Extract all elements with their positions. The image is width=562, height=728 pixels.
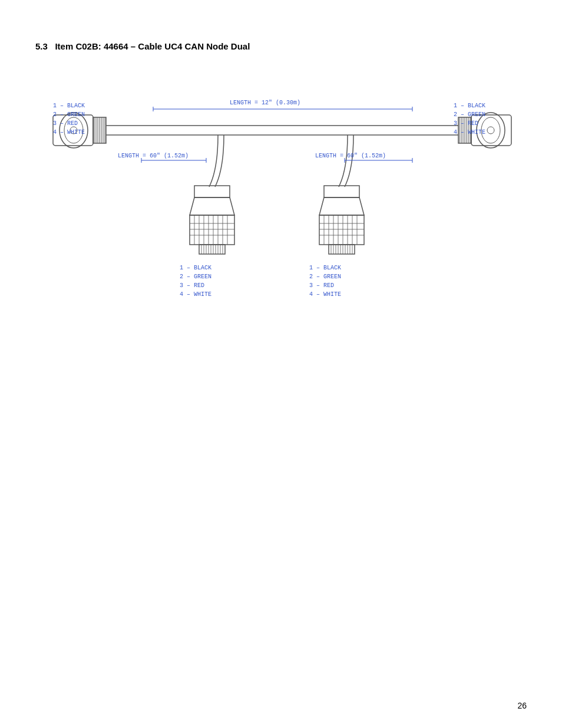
- page-number: 26: [517, 701, 527, 710]
- wire-label-br-1: 1 – BLACK: [309, 263, 341, 272]
- svg-rect-66: [329, 245, 355, 254]
- wire-label-br-4: 4 – WHITE: [309, 290, 341, 299]
- diagram-area: LENGTH = 12" (0.30m) LENGTH = 60" (1.52m…: [35, 69, 542, 322]
- section-number: 5.3: [35, 41, 48, 51]
- section-title-main: C02B: 44664 – Cable UC4 CAN Node Dual: [75, 41, 250, 51]
- section-item-label: ITEM: [55, 41, 73, 51]
- wire-label-tl-2: 2 – GREEN: [53, 110, 85, 119]
- wire-label-top-right: 1 – BLACK 2 – GREEN 3 – RED 4 – WHITE: [454, 101, 485, 137]
- wire-label-bottom-right: 1 – BLACK 2 – GREEN 3 – RED 4 – WHITE: [309, 263, 341, 299]
- wire-label-bl-4: 4 – WHITE: [180, 290, 211, 299]
- wire-label-bottom-left: 1 – BLACK 2 – GREEN 3 – RED 4 – WHITE: [180, 263, 211, 299]
- wire-label-tr-3: 3 – RED: [454, 119, 485, 128]
- svg-rect-53: [324, 186, 359, 197]
- section-title: 5.3 ITEM C02B: 44664 – Cable UC4 CAN Nod…: [35, 41, 527, 51]
- svg-rect-42: [199, 245, 225, 254]
- page-content: 5.3 ITEM C02B: 44664 – Cable UC4 CAN Nod…: [0, 0, 562, 346]
- length-right-label: LENGTH = 60" (1.52m): [315, 153, 386, 159]
- wire-label-bl-3: 3 – RED: [180, 281, 211, 290]
- wire-label-bl-2: 2 – GREEN: [180, 272, 211, 281]
- wire-label-tl-4: 4 – WHITE: [53, 128, 85, 137]
- svg-point-23: [487, 127, 494, 134]
- wire-label-tr-4: 4 – WHITE: [454, 128, 485, 137]
- wire-label-tl-1: 1 – BLACK: [53, 101, 85, 110]
- wire-label-top-left: 1 – BLACK 2 – GREEN 3 – RED 4 – WHITE: [53, 101, 85, 137]
- wire-label-br-2: 2 – GREEN: [309, 272, 341, 281]
- length-top-label: LENGTH = 12" (0.30m): [230, 100, 300, 106]
- svg-rect-29: [194, 186, 230, 197]
- wire-label-tl-3: 3 – RED: [53, 119, 85, 128]
- svg-rect-54: [319, 215, 364, 245]
- wire-label-tr-1: 1 – BLACK: [454, 101, 485, 110]
- wire-label-br-3: 3 – RED: [309, 281, 341, 290]
- wire-label-bl-1: 1 – BLACK: [180, 263, 211, 272]
- length-left-label: LENGTH = 60" (1.52m): [118, 153, 189, 159]
- wire-label-tr-2: 2 – GREEN: [454, 110, 485, 119]
- svg-rect-30: [190, 215, 234, 245]
